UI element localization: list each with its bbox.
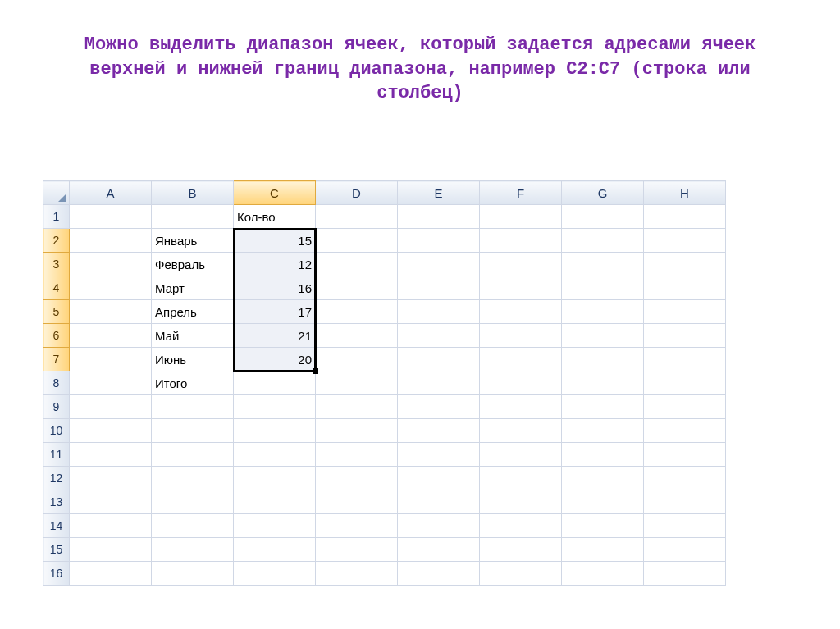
cell-D7[interactable]	[316, 348, 398, 371]
cell-A13[interactable]	[70, 490, 152, 514]
cell-G6[interactable]	[562, 324, 644, 348]
cell-C6[interactable]: 21	[234, 324, 316, 348]
cell-G5[interactable]	[562, 300, 644, 324]
cell-E1[interactable]	[398, 205, 480, 229]
cell-D8[interactable]	[316, 371, 398, 395]
cell-F3[interactable]	[480, 253, 562, 276]
cell-A8[interactable]	[70, 371, 152, 395]
cell-A3[interactable]	[70, 253, 152, 276]
cell-C3[interactable]: 12	[234, 253, 316, 276]
cell-F13[interactable]	[480, 490, 562, 514]
cell-D11[interactable]	[316, 443, 398, 467]
cell-C1[interactable]: Кол-во	[234, 205, 316, 229]
cell-B2[interactable]: Январь	[152, 229, 234, 253]
cell-B12[interactable]	[152, 467, 234, 490]
row-header-9[interactable]: 9	[43, 395, 70, 419]
cell-G11[interactable]	[562, 443, 644, 467]
row-header-12[interactable]: 12	[43, 467, 70, 490]
cell-E4[interactable]	[398, 276, 480, 300]
cell-G9[interactable]	[562, 395, 644, 419]
cell-D13[interactable]	[316, 490, 398, 514]
row-header-6[interactable]: 6	[43, 324, 70, 348]
cell-H2[interactable]	[644, 229, 726, 253]
cell-D2[interactable]	[316, 229, 398, 253]
cell-A6[interactable]	[70, 324, 152, 348]
cell-B9[interactable]	[152, 395, 234, 419]
cell-H10[interactable]	[644, 419, 726, 443]
cell-G15[interactable]	[562, 538, 644, 562]
cell-C11[interactable]	[234, 443, 316, 467]
cell-E12[interactable]	[398, 467, 480, 490]
cell-B14[interactable]	[152, 514, 234, 538]
cell-A14[interactable]	[70, 514, 152, 538]
cell-E8[interactable]	[398, 371, 480, 395]
cell-B11[interactable]	[152, 443, 234, 467]
cell-D14[interactable]	[316, 514, 398, 538]
cell-A15[interactable]	[70, 538, 152, 562]
cell-D16[interactable]	[316, 562, 398, 586]
cell-G12[interactable]	[562, 467, 644, 490]
cell-F5[interactable]	[480, 300, 562, 324]
cell-C13[interactable]	[234, 490, 316, 514]
cell-F12[interactable]	[480, 467, 562, 490]
select-all-corner[interactable]	[43, 181, 70, 205]
cell-A4[interactable]	[70, 276, 152, 300]
row-header-8[interactable]: 8	[43, 371, 70, 395]
cell-H1[interactable]	[644, 205, 726, 229]
cell-H3[interactable]	[644, 253, 726, 276]
cell-F6[interactable]	[480, 324, 562, 348]
cell-C9[interactable]	[234, 395, 316, 419]
row-header-16[interactable]: 16	[43, 562, 70, 586]
cell-F10[interactable]	[480, 419, 562, 443]
cell-B13[interactable]	[152, 490, 234, 514]
cell-A16[interactable]	[70, 562, 152, 586]
cell-E3[interactable]	[398, 253, 480, 276]
cell-G14[interactable]	[562, 514, 644, 538]
cell-B16[interactable]	[152, 562, 234, 586]
cell-G7[interactable]	[562, 348, 644, 371]
row-header-13[interactable]: 13	[43, 490, 70, 514]
cell-H7[interactable]	[644, 348, 726, 371]
cell-D15[interactable]	[316, 538, 398, 562]
row-header-1[interactable]: 1	[43, 205, 70, 229]
cell-A1[interactable]	[70, 205, 152, 229]
cell-C12[interactable]	[234, 467, 316, 490]
cell-D1[interactable]	[316, 205, 398, 229]
cell-E5[interactable]	[398, 300, 480, 324]
column-header-G[interactable]: G	[562, 181, 644, 205]
cell-D9[interactable]	[316, 395, 398, 419]
cell-B6[interactable]: Май	[152, 324, 234, 348]
cell-B1[interactable]	[152, 205, 234, 229]
cell-B5[interactable]: Апрель	[152, 300, 234, 324]
row-header-2[interactable]: 2	[43, 229, 70, 253]
cell-G10[interactable]	[562, 419, 644, 443]
cell-F4[interactable]	[480, 276, 562, 300]
cell-H5[interactable]	[644, 300, 726, 324]
cell-H14[interactable]	[644, 514, 726, 538]
cell-H6[interactable]	[644, 324, 726, 348]
cell-E10[interactable]	[398, 419, 480, 443]
cell-F8[interactable]	[480, 371, 562, 395]
cell-B15[interactable]	[152, 538, 234, 562]
cell-B10[interactable]	[152, 419, 234, 443]
cell-H16[interactable]	[644, 562, 726, 586]
cell-C8[interactable]	[234, 371, 316, 395]
cell-C15[interactable]	[234, 538, 316, 562]
cell-D12[interactable]	[316, 467, 398, 490]
cell-H15[interactable]	[644, 538, 726, 562]
row-header-14[interactable]: 14	[43, 514, 70, 538]
cell-D5[interactable]	[316, 300, 398, 324]
cell-G4[interactable]	[562, 276, 644, 300]
cell-A7[interactable]	[70, 348, 152, 371]
cell-C5[interactable]: 17	[234, 300, 316, 324]
cell-C10[interactable]	[234, 419, 316, 443]
cell-C14[interactable]	[234, 514, 316, 538]
row-header-11[interactable]: 11	[43, 443, 70, 467]
cell-F11[interactable]	[480, 443, 562, 467]
cell-B3[interactable]: Февраль	[152, 253, 234, 276]
cell-H8[interactable]	[644, 371, 726, 395]
cell-E7[interactable]	[398, 348, 480, 371]
cell-D4[interactable]	[316, 276, 398, 300]
cell-F14[interactable]	[480, 514, 562, 538]
cell-D3[interactable]	[316, 253, 398, 276]
